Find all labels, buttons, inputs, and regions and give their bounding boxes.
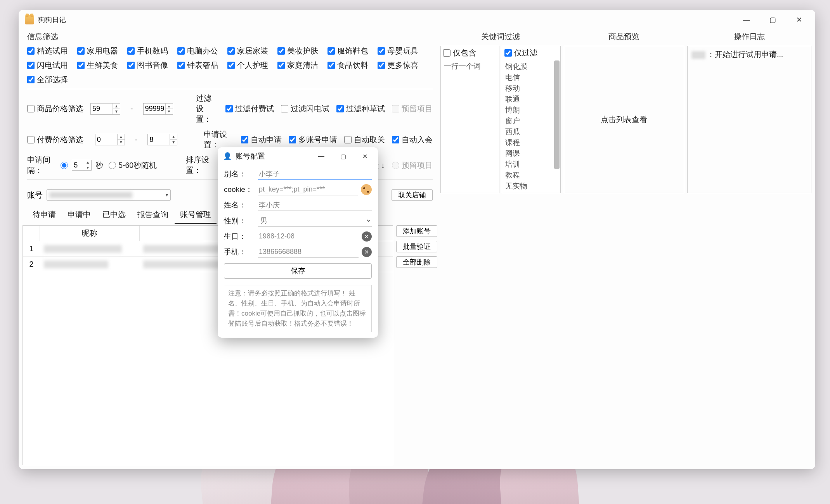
delete-all-button[interactable]: 全部删除: [396, 256, 437, 268]
interval-label: 申请间隔：: [27, 155, 57, 176]
exclude-textarea[interactable]: 钢化膜电信移动联通博朗窗户西瓜课程网课培训教程无实物测评: [502, 60, 560, 193]
filter-reserve-checkbox[interactable]: 预留项目: [392, 104, 433, 114]
multi-account-checkbox[interactable]: 多账号申请: [289, 135, 337, 145]
bulk-verify-button[interactable]: 批量验证: [396, 241, 437, 252]
name-label: 姓名：: [224, 200, 255, 210]
category-checkbox[interactable]: 服饰鞋包: [327, 46, 368, 56]
col-nickname[interactable]: 昵称: [40, 226, 140, 241]
tab-report[interactable]: 报告查询: [132, 207, 174, 224]
category-checkbox[interactable]: 美妆护肤: [277, 46, 318, 56]
interval-value[interactable]: [72, 161, 84, 169]
maximize-button[interactable]: ▢: [759, 10, 786, 30]
category-checkbox[interactable]: 食品饮料: [327, 60, 368, 71]
category-checkbox[interactable]: 生鲜美食: [77, 60, 118, 71]
select-all-checkbox[interactable]: 全部选择: [27, 74, 68, 85]
log-pane: ：开始进行试用申请...: [687, 46, 811, 193]
auto-apply-checkbox[interactable]: 自动申请: [241, 135, 282, 145]
filter-section-title: 信息筛选: [23, 30, 437, 46]
close-button[interactable]: ✕: [786, 10, 812, 30]
tab-pending[interactable]: 待申请: [27, 207, 61, 224]
phone-input[interactable]: [258, 246, 359, 258]
dialog-note: 注意：请务必按照正确的格式进行填写！ 姓名、性别、生日、手机、为自动入会申请时所…: [224, 285, 372, 332]
dialog-close-button[interactable]: ✕: [354, 147, 376, 165]
category-checkbox[interactable]: 家居家装: [227, 46, 268, 56]
scrollbar-thumb[interactable]: [554, 60, 560, 169]
unfollow-shops-button[interactable]: 取关店铺: [392, 189, 433, 201]
category-checkbox[interactable]: 家庭清洁: [277, 60, 318, 71]
window-controls: — ▢ ✕: [733, 10, 812, 30]
clear-phone-icon[interactable]: ✕: [362, 247, 372, 257]
dialog-minimize-button[interactable]: —: [310, 147, 332, 165]
category-checkbox[interactable]: 更多惊喜: [378, 60, 418, 71]
interval-fixed-radio[interactable]: [61, 162, 68, 169]
preview-pane[interactable]: 点击列表查看: [564, 46, 684, 193]
exclude-keywords-box: 仅过滤 钢化膜电信移动联通博朗窗户西瓜课程网课培训教程无实物测评: [502, 46, 561, 193]
tab-won[interactable]: 已中选: [97, 207, 131, 224]
minimize-button[interactable]: —: [733, 10, 759, 30]
auto-close-checkbox[interactable]: 自动取关: [344, 135, 385, 145]
interval-random-radio[interactable]: 5-60秒随机: [109, 160, 157, 171]
goods-price-max[interactable]: ▲▼: [143, 103, 173, 115]
category-checkbox[interactable]: 家用电器: [77, 46, 118, 56]
app-icon: [25, 15, 34, 24]
save-button[interactable]: 保存: [224, 263, 372, 279]
paid-price-max[interactable]: ▲▼: [147, 134, 177, 145]
app-title: 狗狗日记: [38, 15, 66, 24]
chevron-down-icon: ▾: [166, 192, 168, 198]
titlebar[interactable]: 狗狗日记 — ▢ ✕: [19, 10, 815, 30]
goods-price-filter-checkbox[interactable]: 商品价格筛选: [27, 104, 83, 114]
dialog-title: 账号配置: [236, 151, 265, 161]
category-checkbox[interactable]: 闪电试用: [27, 60, 68, 71]
account-config-dialog: 👤 账号配置 — ▢ ✕ 别名： cookie： 姓名： 性别： 男 生: [218, 147, 378, 338]
goods-price-min[interactable]: ▲▼: [90, 103, 120, 115]
apply-settings-label: 申请设置：: [204, 129, 234, 150]
category-checkbox[interactable]: 精选试用: [27, 46, 68, 56]
filter-paid-checkbox[interactable]: 过滤付费试: [225, 104, 274, 114]
filter-settings-label: 过滤设置：: [196, 93, 218, 124]
paid-price-filter-checkbox[interactable]: 付费价格筛选: [27, 135, 83, 145]
alias-label: 别名：: [224, 169, 255, 179]
category-checkbox[interactable]: 个人护理: [227, 60, 268, 71]
log-section-title: 操作日志: [687, 30, 811, 46]
category-checkbox[interactable]: 钟表奢品: [177, 60, 218, 71]
cookie-label: cookie：: [224, 185, 255, 195]
preview-section-title: 商品预览: [564, 30, 684, 46]
tab-applying[interactable]: 申请中: [62, 207, 96, 224]
cookie-input[interactable]: [258, 184, 358, 195]
category-checkbox[interactable]: 电脑办公: [177, 46, 218, 56]
keyword-section-title: 关键词过滤: [440, 30, 561, 46]
paid-price-min[interactable]: ▲▼: [95, 134, 125, 145]
user-icon: 👤: [223, 152, 232, 161]
category-checkbox[interactable]: 手机数码: [127, 46, 168, 56]
divider: [27, 89, 433, 89]
gender-label: 性别：: [224, 216, 255, 226]
category-checkbox[interactable]: 图书音像: [127, 60, 168, 71]
dialog-maximize-button[interactable]: ▢: [332, 147, 354, 165]
include-only-checkbox[interactable]: 仅包含: [443, 48, 497, 58]
filter-flash-checkbox[interactable]: 过滤闪电试: [281, 104, 329, 114]
exclude-only-checkbox[interactable]: 仅过滤: [504, 48, 558, 58]
account-label: 账号: [27, 190, 43, 200]
alias-input[interactable]: [258, 168, 372, 180]
gender-select[interactable]: 男: [258, 215, 372, 227]
auto-join-checkbox[interactable]: 自动入会: [392, 135, 433, 145]
filter-grass-checkbox[interactable]: 过滤种草试: [336, 104, 385, 114]
category-checkbox[interactable]: 母婴玩具: [378, 46, 418, 56]
log-line: ：开始进行试用申请...: [691, 49, 807, 60]
birth-input[interactable]: [258, 231, 359, 242]
include-keywords-box: 仅包含 一行一个词: [440, 46, 499, 193]
add-account-button[interactable]: 添加账号: [396, 225, 437, 237]
clear-birth-icon[interactable]: ✕: [362, 231, 372, 242]
tab-account-mgmt[interactable]: 账号管理: [175, 207, 217, 224]
include-textarea[interactable]: 一行一个词: [441, 60, 499, 193]
phone-label: 手机：: [224, 247, 255, 257]
name-input[interactable]: [258, 199, 372, 211]
birth-label: 生日：: [224, 231, 255, 242]
main-window: 狗狗日记 — ▢ ✕ 信息筛选 精选试用家用电器手机数码电脑办公家居家装美妆护肤…: [19, 10, 815, 469]
account-select[interactable]: ▾: [47, 189, 171, 201]
sort-reserve-radio[interactable]: 预留项目: [392, 160, 433, 171]
dialog-titlebar[interactable]: 👤 账号配置 — ▢ ✕: [218, 147, 378, 165]
cookie-icon[interactable]: [361, 184, 372, 195]
